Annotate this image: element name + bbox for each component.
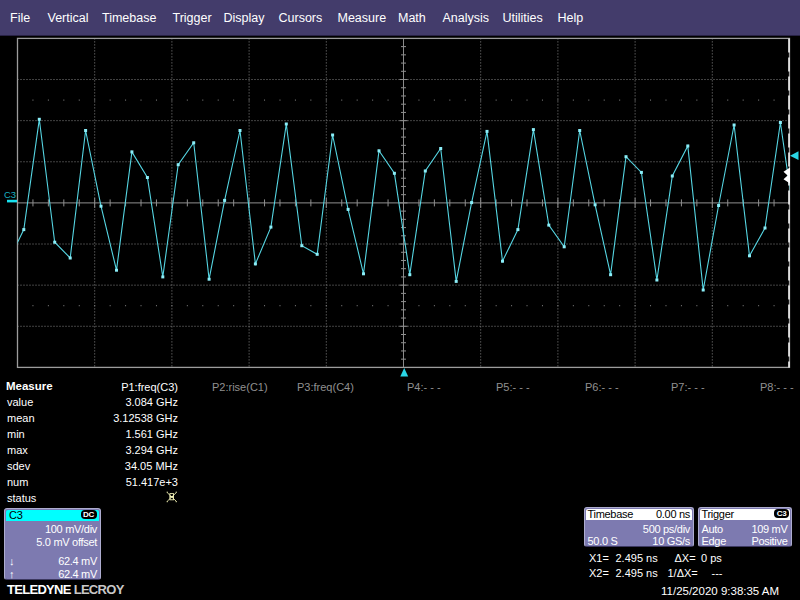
- svg-text:C3: C3: [4, 189, 16, 200]
